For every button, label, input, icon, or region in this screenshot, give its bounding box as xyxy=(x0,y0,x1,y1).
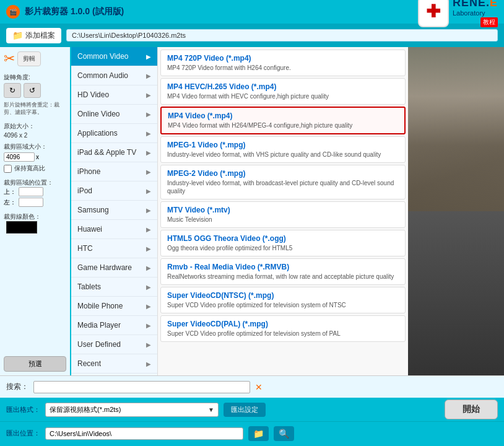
format-name-svcd-pal: Super VideoCD(PAL) (*.mpg) xyxy=(167,320,399,328)
format-desc-mp4-video: MP4 Video format with H264/MPEG-4 config… xyxy=(168,121,398,129)
category-arrow-tablets: ▶ xyxy=(146,284,151,291)
category-item-iphone[interactable]: iPhone ▶ xyxy=(71,162,157,181)
left-label: 左： xyxy=(4,198,16,207)
category-item-tablets[interactable]: Tablets ▶ xyxy=(71,278,157,297)
right-preview xyxy=(408,47,504,375)
edit-button[interactable]: 剪輯 xyxy=(17,51,41,66)
category-arrow-mobile-phone: ▶ xyxy=(146,303,151,310)
category-item-online-video[interactable]: Online Video ▶ xyxy=(71,105,157,124)
category-label-tablets: Tablets xyxy=(77,282,101,291)
crop-size-input[interactable] xyxy=(4,152,35,162)
output-label: 匯出位置： xyxy=(6,429,40,438)
format-item-mp4-video[interactable]: MP4 Video (*.mp4) MP4 Video format with … xyxy=(160,107,406,134)
app-title: 影片裁剪器 1.0.0 (試用版) xyxy=(25,6,124,17)
original-size-label: 原始大小： xyxy=(4,122,66,131)
keep-ratio-row: 保持寬高比 xyxy=(4,164,66,173)
category-item-common-audio[interactable]: Common Audio ▶ xyxy=(71,66,157,85)
format-select-value: 保留源視頻格式(*.m2ts) xyxy=(50,405,121,414)
format-name-svcd-ntsc: Super VideoCD(NTSC) (*.mpg) xyxy=(167,291,399,300)
format-name-mpeg1: MPEG-1 Video (*.mpg) xyxy=(167,141,399,149)
color-box[interactable] xyxy=(6,221,37,234)
category-arrow-hd-video: ▶ xyxy=(146,92,151,98)
folder-icon: 📁 xyxy=(12,30,23,40)
format-list: MP4 720P Video (*.mp4) MP4 720P Video fo… xyxy=(158,47,408,375)
format-desc-svcd-ntsc: Super VCD Video profile optimized for te… xyxy=(167,301,399,309)
format-item-svcd-pal[interactable]: Super VideoCD(PAL) (*.mpg) Super VCD Vid… xyxy=(160,315,406,342)
browse-folder-button[interactable]: 📁 xyxy=(248,426,269,441)
left-input[interactable] xyxy=(19,198,43,207)
rotate-controls: ↻ ↺ xyxy=(4,83,66,98)
category-item-common-video[interactable]: Common Video ▶ xyxy=(71,47,157,66)
category-label-common-video: Common Video xyxy=(77,52,129,61)
top-input[interactable] xyxy=(19,187,43,196)
category-arrow-applications: ▶ xyxy=(146,130,151,137)
main-row: ✂ 剪輯 旋轉角度: ↻ ↺ 影片旋轉將會重定：裁剪、濾鏡字幕。 原始大小： 4… xyxy=(0,47,504,375)
category-item-hd-video[interactable]: HD Video ▶ xyxy=(71,85,157,105)
format-item-mp4-hevc[interactable]: MP4 HEVC/H.265 Video (*.mp4) MP4 Video f… xyxy=(160,78,406,105)
add-file-button[interactable]: 📁 添加檔案 xyxy=(6,28,61,43)
file-path-display: C:\Users\Lin\Desktop\P1040326.m2ts xyxy=(66,29,498,42)
category-label-hd-video: HD Video xyxy=(77,90,109,99)
format-item-mpeg2[interactable]: MPEG-2 Video (*.mpg) Industry-level vide… xyxy=(160,165,406,199)
category-item-huawei[interactable]: Huawei ▶ xyxy=(71,220,157,239)
category-arrow-common-video: ▶ xyxy=(146,53,151,60)
category-arrow-game-hardware: ▶ xyxy=(146,265,151,271)
category-label-ipod: iPod xyxy=(77,186,92,195)
start-button[interactable]: 開始 xyxy=(445,400,498,419)
search-output-button[interactable]: 🔍 xyxy=(274,426,294,441)
category-item-ipod[interactable]: iPod ▶ xyxy=(71,181,157,201)
preview-button[interactable]: 預選 xyxy=(4,356,66,372)
category-item-applications[interactable]: Applications ▶ xyxy=(71,124,157,143)
keep-ratio-checkbox[interactable] xyxy=(4,165,12,173)
category-label-game-hardware: Game Hardware xyxy=(77,263,132,272)
settings-button[interactable]: 匯出設定 xyxy=(224,403,266,417)
left-panel: ✂ 剪輯 旋轉角度: ↻ ↺ 影片旋轉將會重定：裁剪、濾鏡字幕。 原始大小： 4… xyxy=(0,47,71,375)
color-section: 裁剪線顏色： xyxy=(4,212,66,235)
category-item-game-hardware[interactable]: Game Hardware ▶ xyxy=(71,258,157,278)
cut-color-label: 裁剪線顏色： xyxy=(4,213,41,220)
category-label-recent: Recent xyxy=(77,359,101,368)
title-bar: 🎬 影片裁剪器 1.0.0 (試用版) ✚ RENE.Ě Laboratory … xyxy=(0,0,504,24)
category-label-media-player: Media Player xyxy=(77,321,121,330)
category-item-media-player[interactable]: Media Player ▶ xyxy=(71,316,157,335)
category-label-htc: HTC xyxy=(77,244,93,253)
format-item-mpeg1[interactable]: MPEG-1 Video (*.mpg) Industry-level vide… xyxy=(160,136,406,163)
export-format-bar: 匯出格式： 保留源視頻格式(*.m2ts) ▼ 匯出設定 開始 xyxy=(0,398,504,421)
category-arrow-user-defined: ▶ xyxy=(146,341,151,348)
top-pos-row: 上： xyxy=(4,187,66,196)
crop-size-x: x xyxy=(36,154,39,160)
category-label-ipad-apple-tv: iPad && Apple TV xyxy=(77,148,136,157)
crop-size-input-row: x xyxy=(4,152,66,162)
category-label-iphone: iPhone xyxy=(77,167,100,176)
scissors-icon: ✂ xyxy=(4,51,15,67)
format-item-svcd-ntsc[interactable]: Super VideoCD(NTSC) (*.mpg) Super VCD Vi… xyxy=(160,287,406,313)
search-input[interactable] xyxy=(33,381,250,393)
format-select[interactable]: 保留源視頻格式(*.m2ts) ▼ xyxy=(45,403,219,417)
crop-size-label: 裁剪區域大小： xyxy=(4,142,66,151)
category-item-mobile-phone[interactable]: Mobile Phone ▶ xyxy=(71,297,157,316)
format-item-mp4-720p[interactable]: MP4 720P Video (*.mp4) MP4 720P Video fo… xyxy=(160,50,406,76)
format-name-mp4-720p: MP4 720P Video (*.mp4) xyxy=(167,54,399,63)
category-label-online-video: Online Video xyxy=(77,110,120,118)
category-arrow-samsung: ▶ xyxy=(146,207,151,214)
category-item-ipad-apple-tv[interactable]: iPad && Apple TV ▶ xyxy=(71,143,157,162)
rotate-cw-button[interactable]: ↻ xyxy=(4,83,21,98)
format-name-mpeg2: MPEG-2 Video (*.mpg) xyxy=(167,169,399,178)
format-label: 匯出格式： xyxy=(6,405,40,414)
format-item-mtv[interactable]: MTV Video (*.mtv) Music Television xyxy=(160,201,406,228)
format-name-mp4-video: MP4 Video (*.mp4) xyxy=(168,112,398,120)
category-item-htc[interactable]: HTC ▶ xyxy=(71,239,157,258)
category-arrow-ipad-apple-tv: ▶ xyxy=(146,149,151,156)
logo-cross-symbol: ✚ xyxy=(426,3,440,20)
category-item-recent[interactable]: Recent ▶ xyxy=(71,354,157,374)
format-item-rmvb[interactable]: Rmvb - Real Media Video (*.RMVB) RealNet… xyxy=(160,258,406,285)
search-close-icon[interactable]: ✕ xyxy=(255,382,263,392)
preview-image xyxy=(408,47,504,375)
category-arrow-iphone: ▶ xyxy=(146,168,151,175)
rotate-ccw-button[interactable]: ↺ xyxy=(24,83,41,98)
format-item-html5-ogg[interactable]: HTML5 OGG Theora Video (*.ogg) Ogg theor… xyxy=(160,230,406,256)
logo-text: RENE.Ě Laboratory 教程 xyxy=(453,0,498,27)
category-item-samsung[interactable]: Samsung ▶ xyxy=(71,201,157,220)
category-item-user-defined[interactable]: User Defined ▶ xyxy=(71,335,157,354)
format-select-arrow-icon: ▼ xyxy=(208,406,214,413)
